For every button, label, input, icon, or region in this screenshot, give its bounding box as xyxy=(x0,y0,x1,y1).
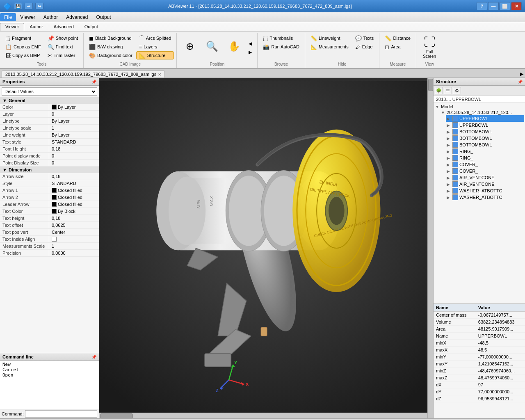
struct-tree-btn[interactable]: 🌳 xyxy=(435,87,443,94)
thumbnails-btn[interactable]: ⬚Thumbnails xyxy=(260,34,302,42)
cb-ring1[interactable] xyxy=(452,148,458,154)
quick-access-redo[interactable]: ↪ xyxy=(35,3,43,9)
toggle5[interactable]: ▶ xyxy=(447,143,452,147)
fullscreen-btn[interactable]: ⛶ Full Screen xyxy=(419,34,440,59)
viewport-hscrollbar[interactable] xyxy=(99,413,427,418)
file-toggle[interactable]: ▼ xyxy=(441,110,447,115)
bw-drawing-btn[interactable]: ⬛B/W drawing xyxy=(86,43,135,51)
toggle11[interactable]: ▶ xyxy=(447,182,452,187)
copy-emf-btn[interactable]: 📋Copy as EMF xyxy=(2,43,44,51)
minimize-button[interactable]: — xyxy=(488,2,499,10)
distance-btn[interactable]: 📏Distance xyxy=(382,34,413,42)
toggle13[interactable]: ▶ xyxy=(447,195,452,200)
autocad-btn[interactable]: 📸Run AutoCAD xyxy=(260,43,302,51)
toggle6[interactable]: ▶ xyxy=(447,149,452,154)
struct-list-btn[interactable]: ☰ xyxy=(444,87,452,94)
lineweight-btn[interactable]: 📏Lineweight xyxy=(308,34,352,42)
struct-options-btn[interactable]: ⚙ xyxy=(453,87,461,94)
cb-airvent1[interactable] xyxy=(452,175,458,180)
tree-item-cover1[interactable]: ▶ COVER_ xyxy=(446,161,524,168)
close-button[interactable]: ✕ xyxy=(511,2,522,10)
tree-item-upperbowl2[interactable]: ▶ UPPERBOWL xyxy=(446,122,524,128)
tree-item-airvent2[interactable]: ▶ AIR_VENTCONE xyxy=(446,181,524,187)
layers-btn[interactable]: ≡Layers xyxy=(136,43,174,51)
toggle2[interactable]: ▶ xyxy=(447,123,452,128)
toggle7[interactable]: ▶ xyxy=(447,156,452,160)
cb-ring2[interactable] xyxy=(452,155,458,161)
black-bg-btn[interactable]: ◼Black Background xyxy=(86,34,135,42)
tree-item-bottombowl3[interactable]: ▶ BOTTOMBOWL xyxy=(446,142,524,148)
nav-prev-btn[interactable]: ◀ xyxy=(246,40,255,48)
cb-upperbowl1[interactable] xyxy=(452,116,458,121)
fragment-btn[interactable]: ⬚Fragment xyxy=(2,34,44,42)
model-toggle[interactable]: ▼ xyxy=(435,105,441,109)
properties-dropdown[interactable]: Default Values xyxy=(2,87,97,96)
tree-item-airvent1[interactable]: ▶ AIR_VENTCONE xyxy=(446,174,524,181)
toggle3[interactable]: ▶ xyxy=(447,130,452,134)
document-tab[interactable]: 2013.05.28_14.10.33.212_120.60.159.192_7… xyxy=(2,71,165,78)
nav-next-btn[interactable]: ▶ xyxy=(246,48,255,57)
tab-scroll-btn[interactable]: ▶ xyxy=(518,71,525,78)
tree-item-washer2[interactable]: ▶ WASHER_ATBOTTC xyxy=(446,194,524,201)
tree-item-ring2[interactable]: ▶ RING_ xyxy=(446,155,524,161)
toggle4[interactable]: ▶ xyxy=(447,136,452,141)
texts-btn[interactable]: 💬Texts xyxy=(352,34,377,42)
area-btn[interactable]: ◻Area xyxy=(382,43,413,51)
copy-bmp-btn[interactable]: 🖼Copy as BMP xyxy=(2,51,44,59)
pan-btn[interactable]: ✋ xyxy=(224,34,245,59)
arcs-btn[interactable]: ⌒Arcs Splitted xyxy=(136,34,174,42)
cb-washer1[interactable] xyxy=(452,188,458,194)
dimension-section-header[interactable]: ▼ Dimension xyxy=(0,167,99,173)
toggle10[interactable]: ▶ xyxy=(447,176,452,180)
restore-button[interactable]: ⬜ xyxy=(500,2,510,10)
zoom-btn[interactable]: 🔍 xyxy=(201,34,223,59)
viewport[interactable]: ZF INDIA OIL TYPE ATF CHECK CHECK OIL LE… xyxy=(99,78,433,418)
cb-airvent2[interactable] xyxy=(452,181,458,187)
tree-item-washer1[interactable]: ▶ WASHER_ATBOTTC xyxy=(446,187,524,194)
cb-bottombowl1[interactable] xyxy=(452,129,458,135)
help-button[interactable]: ? xyxy=(477,2,487,10)
menu-author[interactable]: Author xyxy=(39,13,62,21)
general-section-header[interactable]: ▼ General xyxy=(0,97,99,104)
properties-pin-icon[interactable]: 📌 xyxy=(91,80,96,84)
tree-item-model[interactable]: ▼ Model xyxy=(434,104,524,110)
tree-item-ring1[interactable]: ▶ RING_ xyxy=(446,148,524,155)
toggle1[interactable]: ▶ xyxy=(447,116,452,121)
viewport-vscroll-thumb[interactable] xyxy=(428,79,433,91)
cb-cover1[interactable] xyxy=(452,162,458,167)
show-point-btn[interactable]: 📌Show point xyxy=(45,34,81,42)
cb-washer2[interactable] xyxy=(452,194,458,200)
toggle8[interactable]: ▶ xyxy=(447,162,452,167)
textinsidealign-checkbox[interactable] xyxy=(52,237,57,242)
viewport-vscrollbar[interactable] xyxy=(427,78,433,418)
ribbon-tab-advanced[interactable]: Advanced xyxy=(48,23,79,31)
cb-bottombowl2[interactable] xyxy=(452,135,458,141)
viewport-hscroll-thumb[interactable] xyxy=(100,413,133,418)
tree-item-cover2[interactable]: ▶ COVER_ xyxy=(446,168,524,174)
menu-viewer[interactable]: Viewer xyxy=(16,13,39,21)
menu-advanced[interactable]: Advanced xyxy=(62,13,92,21)
cb-bottombowl3[interactable] xyxy=(452,142,458,148)
ribbon-tab-author[interactable]: Author xyxy=(24,23,48,31)
structure-btn[interactable]: 📐Structure xyxy=(136,51,174,59)
quick-access-save[interactable]: 💾 xyxy=(14,3,22,9)
bg-color-btn[interactable]: 🎨Background color xyxy=(86,51,135,59)
cb-upperbowl2[interactable] xyxy=(452,122,458,128)
command-pin-icon[interactable]: 📌 xyxy=(91,355,96,359)
find-text-btn[interactable]: 🔍Find text xyxy=(45,43,81,51)
toggle12[interactable]: ▶ xyxy=(447,189,452,193)
menu-file[interactable]: File xyxy=(0,13,16,21)
tree-item-bottombowl2[interactable]: ▶ BOTTOMBOWL xyxy=(446,135,524,142)
cb-cover2[interactable] xyxy=(452,168,458,174)
menu-output[interactable]: Output xyxy=(92,13,115,21)
command-input[interactable] xyxy=(25,410,97,418)
zoom-all-btn[interactable]: ⊕ xyxy=(179,34,201,59)
toggle9[interactable]: ▶ xyxy=(447,169,452,173)
ribbon-tab-output[interactable]: Output xyxy=(79,23,103,31)
measurements-btn[interactable]: 📐Measurements xyxy=(308,43,352,51)
edge-btn[interactable]: 🖊Edge xyxy=(352,43,377,51)
structure-pin-icon[interactable]: 📌 xyxy=(518,80,523,84)
quick-access-undo[interactable]: ↩ xyxy=(25,3,33,9)
ribbon-tab-viewer[interactable]: Viewer xyxy=(0,23,24,31)
tree-item-bottombowl1[interactable]: ▶ BOTTOMBOWL xyxy=(446,128,524,135)
